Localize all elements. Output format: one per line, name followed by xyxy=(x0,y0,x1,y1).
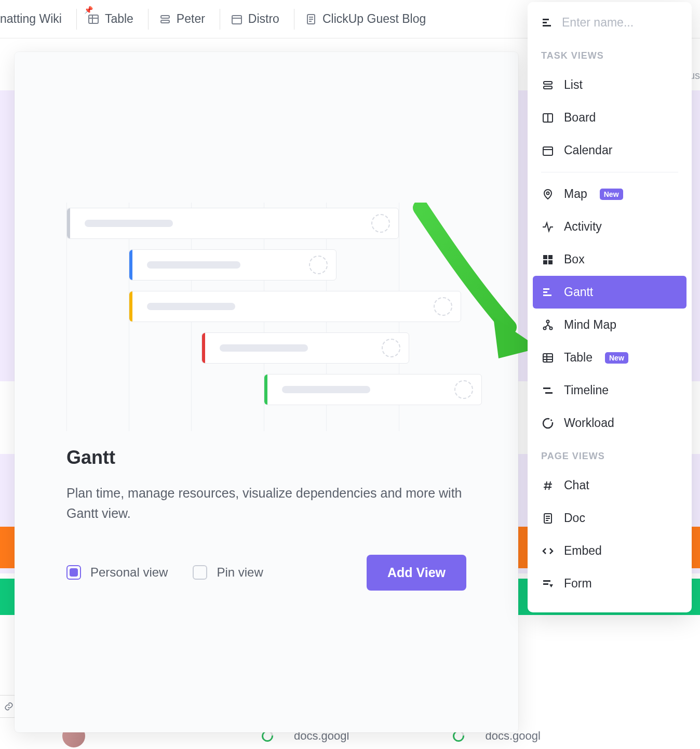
view-label: Board xyxy=(564,111,596,125)
tab-table[interactable]: 📌 Table xyxy=(76,9,144,30)
view-label: Calendar xyxy=(564,143,612,157)
svg-rect-32 xyxy=(543,354,553,362)
view-option-embed[interactable]: Embed xyxy=(528,534,692,567)
preview-description: Plan time, manage resources, visualize d… xyxy=(66,483,466,524)
section-task-views: TASK VIEWS xyxy=(528,39,692,69)
preview-title: Gantt xyxy=(66,447,466,469)
view-label: Embed xyxy=(564,544,602,558)
list-icon xyxy=(541,78,555,92)
view-option-calendar[interactable]: Calendar xyxy=(528,134,692,167)
view-option-form[interactable]: Form xyxy=(528,567,692,600)
view-option-workload[interactable]: Workload xyxy=(528,407,692,439)
workload-icon xyxy=(541,417,555,430)
tab-label: ClickUp Guest Blog xyxy=(322,12,426,26)
svg-rect-12 xyxy=(543,19,549,20)
view-name-row xyxy=(528,2,692,39)
view-option-board[interactable]: Board xyxy=(528,101,692,134)
view-label: Table xyxy=(564,351,593,365)
view-option-doc[interactable]: Doc xyxy=(528,502,692,534)
new-badge: New xyxy=(605,352,628,364)
view-option-chat[interactable]: Chat xyxy=(528,469,692,502)
pin-icon: 📌 xyxy=(84,6,93,14)
view-option-mind-map[interactable]: Mind Map xyxy=(528,309,692,341)
box-icon xyxy=(541,253,555,266)
calendar-icon xyxy=(541,144,555,157)
view-label: Form xyxy=(564,577,592,591)
tab-label: Peter xyxy=(177,12,205,26)
hash-icon xyxy=(541,479,555,492)
checkbox-label: Pin view xyxy=(217,565,263,580)
view-option-activity[interactable]: Activity xyxy=(528,210,692,243)
view-label: Mind Map xyxy=(564,318,616,332)
view-option-table[interactable]: Table New xyxy=(528,341,692,374)
svg-rect-0 xyxy=(89,15,98,23)
view-label: Gantt xyxy=(564,285,593,299)
view-option-box[interactable]: Box xyxy=(528,243,692,276)
svg-rect-47 xyxy=(543,583,548,585)
svg-rect-46 xyxy=(543,580,550,582)
embed-icon xyxy=(541,544,555,558)
view-name-input[interactable] xyxy=(562,16,678,30)
section-page-views: PAGE VIEWS xyxy=(528,439,692,469)
personal-view-checkbox[interactable]: Personal view xyxy=(66,565,168,580)
timeline-icon xyxy=(541,384,555,397)
view-option-map[interactable]: Map New xyxy=(528,178,692,210)
svg-rect-25 xyxy=(548,260,553,264)
svg-rect-22 xyxy=(543,255,547,259)
view-label: List xyxy=(564,78,583,92)
svg-rect-13 xyxy=(543,22,547,23)
svg-rect-27 xyxy=(543,291,547,293)
divider xyxy=(541,172,678,172)
svg-rect-16 xyxy=(544,86,552,89)
svg-point-21 xyxy=(547,192,549,194)
new-badge: New xyxy=(600,189,623,200)
gantt-icon xyxy=(541,286,555,299)
view-option-timeline[interactable]: Timeline xyxy=(528,374,692,407)
view-option-list[interactable]: List xyxy=(528,69,692,101)
view-label: Activity xyxy=(564,220,602,234)
svg-rect-14 xyxy=(543,25,551,26)
svg-rect-28 xyxy=(543,295,551,296)
view-option-gantt[interactable]: Gantt xyxy=(533,276,686,309)
gantt-icon xyxy=(541,17,554,29)
svg-rect-23 xyxy=(548,255,553,259)
view-label: Map xyxy=(564,187,587,201)
link-icon xyxy=(4,701,14,712)
checkbox-icon xyxy=(193,565,207,580)
svg-rect-37 xyxy=(545,392,553,394)
form-icon xyxy=(541,577,555,591)
gantt-illustration xyxy=(66,208,466,416)
tab-peter[interactable]: Peter xyxy=(148,9,216,30)
doc-icon xyxy=(541,512,555,525)
view-picker-panel: TASK VIEWS List Board Calendar Map New A… xyxy=(528,2,692,612)
add-view-button[interactable]: Add View xyxy=(367,555,466,591)
table-icon xyxy=(87,13,100,25)
view-label: Box xyxy=(564,252,585,266)
board-icon xyxy=(541,111,555,125)
svg-line-40 xyxy=(545,482,547,490)
doc-icon xyxy=(305,13,317,25)
svg-point-29 xyxy=(547,320,549,323)
checkbox-label: Personal view xyxy=(90,565,168,580)
checkbox-icon xyxy=(66,565,81,580)
mind-map-icon xyxy=(541,318,555,332)
svg-rect-36 xyxy=(543,387,550,389)
view-label: Timeline xyxy=(564,383,609,397)
svg-line-41 xyxy=(549,482,550,490)
calendar-icon xyxy=(231,13,243,25)
view-preview-panel: Gantt Plan time, manage resources, visua… xyxy=(15,52,518,732)
tab-label: Distro xyxy=(248,12,279,26)
activity-icon xyxy=(541,220,555,234)
svg-rect-26 xyxy=(543,288,549,290)
view-label: Chat xyxy=(564,478,589,492)
svg-rect-15 xyxy=(544,82,552,84)
svg-marker-48 xyxy=(549,584,553,587)
pin-view-checkbox[interactable]: Pin view xyxy=(193,565,263,580)
svg-rect-24 xyxy=(543,260,547,264)
tab-wiki[interactable]: natting Wiki xyxy=(0,9,72,30)
tab-guest-blog[interactable]: ClickUp Guest Blog xyxy=(294,9,436,30)
svg-rect-5 xyxy=(232,16,241,24)
svg-rect-3 xyxy=(161,16,169,18)
svg-rect-19 xyxy=(543,147,553,155)
tab-distro[interactable]: Distro xyxy=(220,9,290,30)
